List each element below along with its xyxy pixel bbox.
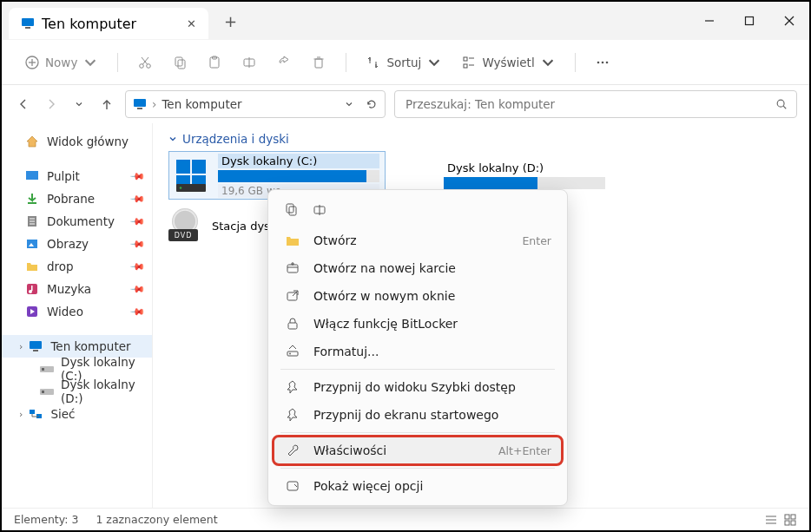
view-button[interactable]: Wyświetl [454, 49, 562, 76]
svg-rect-85 [785, 521, 789, 525]
svg-rect-67 [289, 207, 296, 215]
sidebar-item-video[interactable]: Wideo📌 [2, 300, 152, 323]
search-box[interactable] [394, 90, 797, 118]
svg-rect-13 [175, 57, 182, 66]
ctx-properties[interactable]: Właściwości Alt+Enter [274, 437, 562, 464]
chevron-down-icon[interactable] [345, 100, 353, 108]
menu-separator [280, 369, 555, 370]
svg-rect-53 [42, 368, 44, 371]
image-icon [24, 237, 40, 251]
up-button[interactable] [97, 97, 116, 111]
rename-icon [241, 55, 257, 70]
ctx-open[interactable]: Otwórz Enter [274, 227, 562, 254]
svg-rect-86 [791, 521, 795, 525]
sort-icon [366, 55, 381, 70]
breadcrumb-location[interactable]: Ten komputer [162, 97, 241, 111]
ellipsis-icon [595, 55, 610, 70]
more-button[interactable] [588, 49, 617, 76]
new-tab-icon [284, 260, 301, 276]
chevron-right-icon: › [19, 341, 23, 352]
share-icon [276, 55, 292, 70]
svg-rect-26 [464, 64, 467, 68]
pin-icon: 📌 [129, 235, 145, 252]
rename-icon[interactable] [310, 200, 329, 220]
refresh-button[interactable] [366, 98, 378, 110]
plus-circle-icon [24, 55, 40, 70]
ctx-more[interactable]: Pokaż więcej opcji [274, 472, 562, 500]
chevron-down-icon [82, 55, 98, 70]
ctx-pin-quick[interactable]: Przypnij do widoku Szybki dostęp [274, 373, 562, 401]
ctx-bitlocker[interactable]: Włącz funkcję BitLocker [274, 310, 562, 338]
sidebar-home[interactable]: Widok główny [2, 130, 152, 153]
svg-rect-77 [287, 351, 298, 356]
svg-point-9 [140, 63, 144, 68]
svg-marker-36 [27, 136, 37, 147]
cut-button[interactable] [130, 49, 160, 76]
folder-icon [24, 259, 40, 273]
drive-icon [40, 365, 54, 373]
svg-rect-0 [22, 18, 34, 26]
svg-rect-33 [137, 108, 142, 109]
svg-point-65 [180, 187, 182, 189]
new-button[interactable]: Nowy [17, 49, 105, 76]
sidebar-item-downloads[interactable]: Pobrane📌 [2, 187, 152, 210]
pin-icon: 📌 [129, 190, 145, 207]
sidebar-item-documents[interactable]: Dokumenty📌 [2, 210, 152, 233]
copy-icon[interactable] [282, 200, 301, 220]
view-icon [461, 55, 477, 70]
svg-point-34 [777, 100, 784, 107]
delete-button[interactable] [304, 49, 333, 76]
close-tab-icon[interactable]: ✕ [187, 17, 196, 30]
group-header-devices[interactable]: Urządzenia i dyski [168, 132, 794, 146]
sidebar-network[interactable]: ›Sieć [2, 403, 152, 425]
sidebar-item-music[interactable]: Muzyka📌 [2, 278, 152, 300]
trash-icon [311, 55, 326, 70]
pin-icon: 📌 [129, 303, 145, 319]
ctx-format[interactable]: Formatuj... [274, 338, 562, 365]
monitor-icon [133, 97, 147, 111]
maximize-button[interactable] [729, 3, 769, 39]
tab-thispc[interactable]: Ten komputer ✕ [9, 8, 208, 39]
details-view-button[interactable] [764, 513, 778, 527]
share-button[interactable] [269, 49, 299, 76]
svg-rect-83 [785, 515, 789, 519]
address-bar[interactable]: › Ten komputer [125, 90, 386, 118]
rename-button[interactable] [234, 49, 264, 76]
svg-rect-1 [25, 27, 30, 29]
svg-rect-51 [33, 350, 38, 351]
ctx-pin-start[interactable]: Przypnij do ekranu startowego [274, 401, 562, 429]
menu-separator [280, 468, 555, 469]
svg-line-35 [783, 106, 786, 108]
copy-button[interactable] [165, 49, 195, 76]
pin-icon: 📌 [129, 280, 145, 297]
svg-rect-32 [134, 99, 146, 107]
status-selection: 1 zaznaczony element [96, 513, 217, 526]
svg-rect-61 [192, 160, 206, 174]
sidebar-item-drop[interactable]: drop📌 [2, 255, 152, 278]
nav-row: › Ten komputer [2, 85, 809, 123]
back-button[interactable] [14, 97, 33, 111]
forward-button[interactable] [42, 97, 61, 111]
status-bar: Elementy: 3 1 zaznaczony element [2, 508, 809, 530]
sidebar-item-desktop[interactable]: Pulpit📌 [2, 165, 152, 187]
svg-rect-14 [178, 60, 185, 69]
tiles-view-button[interactable] [783, 513, 797, 527]
close-window-button[interactable] [769, 3, 809, 39]
new-tab-button[interactable]: + [224, 12, 237, 30]
ctx-open-tab[interactable]: Otwórz na nowej karcie [274, 254, 562, 282]
svg-rect-56 [30, 410, 35, 414]
paste-button[interactable] [200, 49, 229, 76]
drive-icon [40, 387, 54, 396]
sidebar-item-pictures[interactable]: Obrazy📌 [2, 233, 152, 255]
ctx-open-window[interactable]: Otwórz w nowym oknie [274, 282, 562, 310]
search-input[interactable] [404, 96, 775, 112]
minimize-button[interactable] [689, 3, 729, 39]
scissors-icon [137, 55, 153, 70]
desktop-icon [24, 169, 40, 183]
recent-dropdown[interactable] [69, 100, 89, 108]
sidebar-drive-d[interactable]: Dysk lokalny (D:) [2, 380, 152, 403]
sort-button[interactable]: Sortuj [359, 49, 449, 76]
svg-rect-76 [288, 323, 297, 329]
chevron-right-icon: › [19, 409, 23, 420]
monitor-icon [21, 16, 35, 30]
